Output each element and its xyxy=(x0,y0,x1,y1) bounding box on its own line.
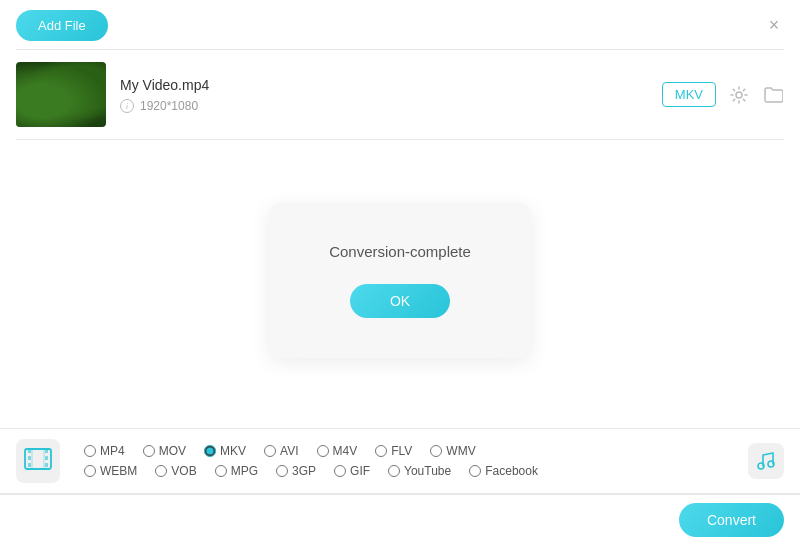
main-area: Conversion-complete OK xyxy=(0,140,800,420)
format-badge[interactable]: MKV xyxy=(662,82,716,107)
title-bar: Add File × xyxy=(0,0,800,49)
label-format-3gp: 3GP xyxy=(292,464,316,478)
label-format-mov: MOV xyxy=(159,444,186,458)
file-meta: i 1920*1080 xyxy=(120,99,648,113)
radio-format-youtube[interactable] xyxy=(388,465,400,477)
option-format-webm[interactable]: WEBM xyxy=(76,464,145,478)
option-format-3gp[interactable]: 3GP xyxy=(268,464,324,478)
option-format-facebook[interactable]: Facebook xyxy=(461,464,546,478)
radio-format-flv[interactable] xyxy=(375,445,387,457)
ok-button[interactable]: OK xyxy=(350,284,450,318)
option-format-mp4[interactable]: MP4 xyxy=(76,444,133,458)
format-bar: MP4MOVMKVAVIM4VFLVWMV WEBMVOBMPG3GPGIFYo… xyxy=(0,428,800,494)
label-format-gif: GIF xyxy=(350,464,370,478)
modal-title: Conversion-complete xyxy=(329,243,471,260)
option-format-avi[interactable]: AVI xyxy=(256,444,306,458)
svg-rect-6 xyxy=(45,456,48,460)
file-resolution: 1920*1080 xyxy=(140,99,198,113)
format-rows: MP4MOVMKVAVIM4VFLVWMV WEBMVOBMPG3GPGIFYo… xyxy=(76,444,740,478)
option-format-mpg[interactable]: MPG xyxy=(207,464,266,478)
svg-rect-7 xyxy=(45,463,48,467)
video-thumbnail xyxy=(16,62,106,127)
option-format-flv[interactable]: FLV xyxy=(367,444,420,458)
label-format-mkv: MKV xyxy=(220,444,246,458)
file-actions: MKV xyxy=(662,82,784,107)
radio-format-webm[interactable] xyxy=(84,465,96,477)
settings-icon[interactable] xyxy=(728,84,750,106)
convert-button[interactable]: Convert xyxy=(679,503,784,537)
radio-format-3gp[interactable] xyxy=(276,465,288,477)
bottom-bar: Convert xyxy=(0,494,800,544)
folder-icon[interactable] xyxy=(762,84,784,106)
label-format-webm: WEBM xyxy=(100,464,137,478)
format-row-1: MP4MOVMKVAVIM4VFLVWMV xyxy=(76,444,740,458)
close-button[interactable]: × xyxy=(764,16,784,36)
radio-format-wmv[interactable] xyxy=(430,445,442,457)
option-format-m4v[interactable]: M4V xyxy=(309,444,366,458)
label-format-youtube: YouTube xyxy=(404,464,451,478)
radio-format-gif[interactable] xyxy=(334,465,346,477)
option-format-youtube[interactable]: YouTube xyxy=(380,464,459,478)
svg-rect-3 xyxy=(28,456,31,460)
radio-format-vob[interactable] xyxy=(155,465,167,477)
label-format-flv: FLV xyxy=(391,444,412,458)
info-icon: i xyxy=(120,99,134,113)
audio-format-icon[interactable] xyxy=(748,443,784,479)
video-format-icon xyxy=(16,439,60,483)
film-icon xyxy=(24,447,52,476)
option-format-mkv[interactable]: MKV xyxy=(196,444,254,458)
option-format-gif[interactable]: GIF xyxy=(326,464,378,478)
file-row: My Video.mp4 i 1920*1080 MKV xyxy=(0,50,800,139)
radio-format-mkv[interactable] xyxy=(204,445,216,457)
add-file-button[interactable]: Add File xyxy=(16,10,108,41)
svg-rect-4 xyxy=(28,463,31,467)
svg-rect-2 xyxy=(28,449,31,453)
label-format-facebook: Facebook xyxy=(485,464,538,478)
modal-overlay: Conversion-complete OK xyxy=(0,140,800,420)
modal-box: Conversion-complete OK xyxy=(269,203,531,358)
label-format-vob: VOB xyxy=(171,464,196,478)
file-name: My Video.mp4 xyxy=(120,77,648,93)
label-format-wmv: WMV xyxy=(446,444,475,458)
radio-format-mov[interactable] xyxy=(143,445,155,457)
label-format-mp4: MP4 xyxy=(100,444,125,458)
label-format-avi: AVI xyxy=(280,444,298,458)
file-info: My Video.mp4 i 1920*1080 xyxy=(120,77,648,113)
format-row-2: WEBMVOBMPG3GPGIFYouTubeFacebook xyxy=(76,464,740,478)
option-format-mov[interactable]: MOV xyxy=(135,444,194,458)
radio-format-avi[interactable] xyxy=(264,445,276,457)
option-format-vob[interactable]: VOB xyxy=(147,464,204,478)
radio-format-facebook[interactable] xyxy=(469,465,481,477)
radio-format-mp4[interactable] xyxy=(84,445,96,457)
option-format-wmv[interactable]: WMV xyxy=(422,444,483,458)
svg-rect-5 xyxy=(45,449,48,453)
radio-format-mpg[interactable] xyxy=(215,465,227,477)
label-format-mpg: MPG xyxy=(231,464,258,478)
svg-point-0 xyxy=(736,92,742,98)
radio-format-m4v[interactable] xyxy=(317,445,329,457)
label-format-m4v: M4V xyxy=(333,444,358,458)
